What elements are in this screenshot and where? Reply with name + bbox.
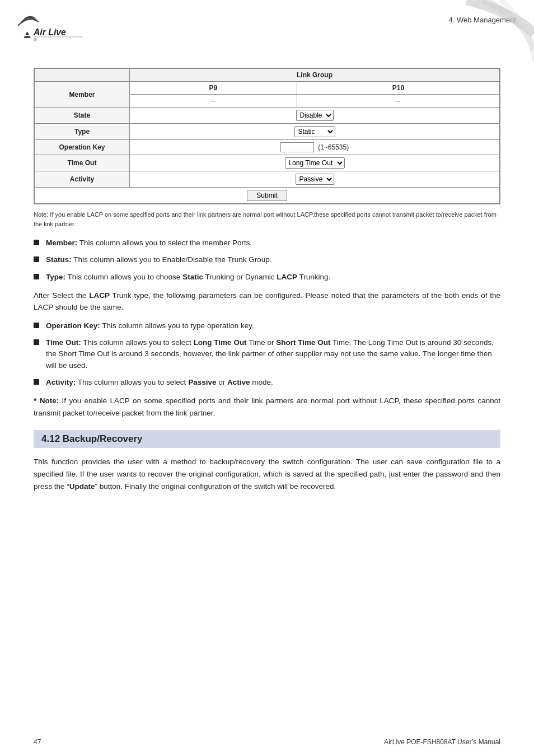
submit-button[interactable]: Submit xyxy=(247,190,287,201)
state-cell: Disable Enable xyxy=(130,108,500,124)
activity-label: Activity xyxy=(35,171,130,188)
svg-marker-0 xyxy=(24,31,31,38)
link-group-header: Link Group xyxy=(130,69,500,82)
state-label: State xyxy=(35,108,130,124)
section-para-end: ” button. Finally the original configura… xyxy=(95,482,336,491)
bullet-member-label: Member: xyxy=(46,239,77,247)
bullet-op-key-text: Operation Key: This column allows you to… xyxy=(46,320,254,332)
bullet-square-6 xyxy=(34,379,39,385)
bullet-activity-label: Activity: xyxy=(46,378,76,386)
bullet-list-2: Operation Key: This column allows you to… xyxy=(34,320,500,388)
bullet-type-text: Type: This column allows you to choose S… xyxy=(46,272,330,283)
bullet-status-desc: This column allows you to Enable/Disable… xyxy=(72,255,272,264)
bullet-type-label: Type: xyxy=(46,273,65,281)
bullet-activity-pre: This column allows you to select xyxy=(78,378,188,386)
bullet-type-desc-pre: This column allows you to choose xyxy=(68,273,183,281)
member-label: Member xyxy=(35,82,130,108)
para1: After Select the LACP Trunk type, the fo… xyxy=(34,290,500,314)
svg-text:®: ® xyxy=(34,38,37,43)
section-header: 4.12 Backup/Recovery xyxy=(34,430,500,448)
submit-cell: Submit xyxy=(35,188,500,204)
bullet-activity: Activity: This column allows you to sele… xyxy=(34,377,500,388)
note2: * Note: If you enable LACP on some speci… xyxy=(34,395,500,419)
bullet-activity-bold1: Passive xyxy=(188,378,216,386)
type-select[interactable]: Static Dynamic xyxy=(294,126,335,137)
bullet-square-1 xyxy=(34,240,39,245)
timeout-label: Time Out xyxy=(35,155,130,171)
bullet-type-bold1: Static xyxy=(182,273,203,281)
timeout-cell: Long Time Out Short Time Out xyxy=(130,155,500,171)
bullet-type-end: Trunking. xyxy=(299,273,330,281)
bullet-member: Member: This column allows you to select… xyxy=(34,237,500,249)
logo-area: Air Live ® xyxy=(10,10,100,45)
op-key-input[interactable] xyxy=(280,142,314,152)
p10-header: P10 xyxy=(297,82,499,95)
p9-header: P9 xyxy=(130,82,297,95)
bullet-timeout-text: Time Out: This column allows you to sele… xyxy=(46,337,500,371)
bullet-status: Status: This column allows you to Enable… xyxy=(34,254,500,265)
main-content: Link Group Member P9 P10 -- -- State xyxy=(0,45,534,510)
bullet-activity-text: Activity: This column allows you to sele… xyxy=(46,377,273,388)
section-para: This function provides the user with a m… xyxy=(34,456,500,492)
bullet-activity-mid: or xyxy=(218,378,227,386)
link-group-table-wrapper: Link Group Member P9 P10 -- -- State xyxy=(34,68,500,204)
timeout-select[interactable]: Long Time Out Short Time Out xyxy=(285,157,345,169)
section-para-bold: Update xyxy=(69,482,95,491)
bullet-type-bold2: LACP xyxy=(277,273,297,281)
airlive-logo: Air Live ® xyxy=(10,10,88,44)
bullet-op-key-desc: This column allows you to type operation… xyxy=(102,321,254,330)
bullet-op-key: Operation Key: This column allows you to… xyxy=(34,320,500,332)
note2-text: If you enable LACP on some specified por… xyxy=(34,396,500,417)
activity-select[interactable]: Passive Active xyxy=(296,174,334,185)
para1-bold: LACP xyxy=(89,291,110,300)
svg-rect-1 xyxy=(25,35,31,36)
bullet-member-desc: This column allows you to select the mem… xyxy=(77,239,252,247)
type-label: Type xyxy=(35,124,130,140)
bullet-timeout-bold2: Short Time Out xyxy=(276,338,330,347)
p10-member-value: -- xyxy=(297,95,499,108)
bullet-timeout-pre: This column allows you to select xyxy=(83,338,193,347)
op-key-hint: (1~65535) xyxy=(318,143,349,151)
op-key-label: Operation Key xyxy=(35,140,130,155)
table-note: Note: If you enable LACP on some specifi… xyxy=(34,210,500,228)
note2-bold: * Note: xyxy=(34,396,59,405)
link-group-table: Link Group Member P9 P10 -- -- State xyxy=(34,68,500,204)
empty-header-cell xyxy=(35,69,130,82)
bullet-activity-bold2: Active xyxy=(227,378,250,386)
bullet-activity-post: mode. xyxy=(252,378,273,386)
bullet-timeout-label: Time Out: xyxy=(46,338,81,347)
bullet-op-key-label: Operation Key: xyxy=(46,321,100,330)
bullet-square-3 xyxy=(34,274,39,279)
activity-cell: Passive Active xyxy=(130,171,500,188)
bullet-type-mid: Trunking or Dynamic xyxy=(205,273,277,281)
p9-member-value: -- xyxy=(130,95,297,108)
svg-text:Air Live: Air Live xyxy=(33,27,66,37)
op-key-cell: (1~65535) xyxy=(130,140,500,155)
bullet-square-5 xyxy=(34,339,39,345)
bullet-status-text: Status: This column allows you to Enable… xyxy=(46,254,271,265)
bullet-list-1: Member: This column allows you to select… xyxy=(34,237,500,283)
type-cell: Static Dynamic xyxy=(130,124,500,140)
footer: 47 AirLive POE-FSH808AT User’s Manual xyxy=(0,738,534,746)
bullet-square-2 xyxy=(34,256,39,262)
footer-page: 47 xyxy=(34,738,41,746)
bullet-timeout: Time Out: This column allows you to sele… xyxy=(34,337,500,371)
bullet-type: Type: This column allows you to choose S… xyxy=(34,272,500,283)
bullet-member-text: Member: This column allows you to select… xyxy=(46,237,252,249)
bullet-timeout-bold1: Long Time Out xyxy=(194,338,247,347)
footer-product: AirLive POE-FSH808AT User’s Manual xyxy=(384,738,500,746)
bullet-square-4 xyxy=(34,323,39,328)
decorative-curves xyxy=(422,0,534,67)
bullet-status-label: Status: xyxy=(46,255,72,264)
para1-pre: After Select the xyxy=(34,291,89,300)
state-select[interactable]: Disable Enable xyxy=(296,110,334,121)
bullet-timeout-mid: Time or xyxy=(249,338,276,347)
